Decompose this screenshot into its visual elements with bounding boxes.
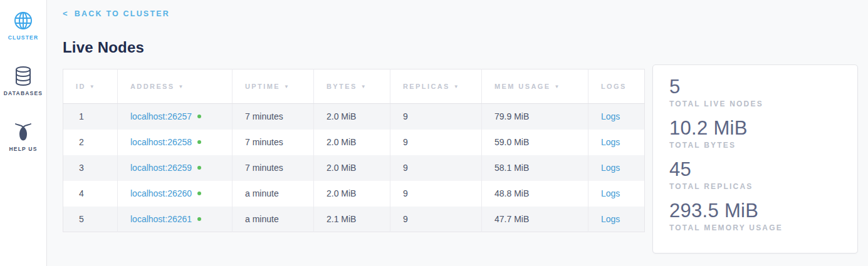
logs-link[interactable]: Logs	[601, 163, 620, 173]
cockroach-icon	[14, 121, 33, 143]
sidebar: CLUSTER DATABASES HELP US	[0, 0, 47, 266]
cell-replicas: 9	[390, 104, 482, 130]
cluster-summary-panel: 5 TOTAL LIVE NODES 10.2 MiB TOTAL BYTES …	[652, 64, 858, 253]
node-address-link[interactable]: localhost:26257	[130, 111, 192, 121]
cell-address: localhost:26257	[118, 104, 233, 130]
table-row: 4 localhost:26260 a minute 2.0 MiB 9 48.…	[63, 181, 645, 207]
logs-link[interactable]: Logs	[601, 214, 620, 224]
stat-label: TOTAL REPLICAS	[669, 182, 842, 191]
table-row: 3 localhost:26259 7 minutes 2.0 MiB 9 58…	[63, 155, 645, 181]
node-live-status-dot	[197, 140, 201, 144]
back-link-label: BACK TO CLUSTER	[75, 9, 170, 18]
cell-replicas: 9	[390, 155, 482, 181]
table-row: 1 localhost:26257 7 minutes 2.0 MiB 9 79…	[63, 104, 645, 130]
stat-value: 5	[669, 75, 842, 99]
cell-uptime: a minute	[233, 181, 314, 207]
cell-node-id: 4	[63, 181, 118, 207]
cell-uptime: 7 minutes	[233, 155, 314, 181]
sort-arrow-icon: ▼	[554, 84, 560, 90]
cell-address: localhost:26260	[118, 181, 233, 207]
cell-replicas: 9	[390, 207, 482, 232]
cell-uptime: 7 minutes	[233, 104, 314, 130]
database-icon	[14, 66, 33, 87]
sort-arrow-icon: ▼	[284, 84, 290, 90]
sidebar-item-label: DATABASES	[4, 90, 43, 96]
logs-link[interactable]: Logs	[601, 137, 620, 147]
stat-total-live-nodes: 5 TOTAL LIVE NODES	[669, 75, 842, 108]
column-header-uptime[interactable]: UPTIME▼	[233, 69, 314, 104]
page-title: Live Nodes	[63, 39, 858, 56]
cell-uptime: 7 minutes	[233, 130, 314, 155]
column-header-logs: LOGS	[588, 69, 645, 104]
column-header-id[interactable]: ID▼	[63, 69, 118, 104]
cell-node-id: 2	[63, 130, 118, 155]
stat-total-memory-usage: 293.5 MiB TOTAL MEMORY USAGE	[669, 199, 842, 232]
column-header-address[interactable]: ADDRESS▼	[118, 69, 233, 104]
cell-logs: Logs	[588, 104, 645, 130]
node-address-link[interactable]: localhost:26258	[130, 137, 192, 147]
main-content: < BACK TO CLUSTER Live Nodes ID▼ ADDRESS…	[47, 0, 868, 266]
cell-bytes: 2.0 MiB	[314, 130, 390, 155]
table-row: 5 localhost:26261 a minute 2.1 MiB 9 47.…	[63, 207, 645, 232]
stat-value: 45	[669, 158, 842, 182]
cell-mem-usage: 79.9 MiB	[482, 104, 588, 130]
node-live-status-dot	[197, 192, 201, 195]
cell-replicas: 9	[390, 130, 482, 155]
node-live-status-dot	[197, 217, 201, 221]
cell-logs: Logs	[588, 181, 645, 207]
cell-uptime: a minute	[233, 207, 314, 232]
cell-bytes: 2.0 MiB	[314, 155, 390, 181]
stat-value: 293.5 MiB	[669, 199, 842, 223]
table-row: 2 localhost:26258 7 minutes 2.0 MiB 9 59…	[63, 130, 645, 155]
cell-logs: Logs	[588, 207, 645, 232]
sort-arrow-icon: ▼	[361, 84, 367, 90]
cell-node-id: 3	[63, 155, 118, 181]
node-address-link[interactable]: localhost:26259	[130, 163, 192, 173]
back-arrow-icon: <	[63, 9, 69, 18]
cell-bytes: 2.0 MiB	[314, 181, 390, 207]
cell-logs: Logs	[588, 130, 645, 155]
cell-mem-usage: 47.7 MiB	[482, 207, 588, 232]
app-root: CLUSTER DATABASES HELP US	[0, 0, 868, 266]
node-address-link[interactable]: localhost:26261	[130, 214, 192, 224]
back-to-cluster-link[interactable]: < BACK TO CLUSTER	[63, 9, 170, 18]
cell-address: localhost:26261	[118, 207, 233, 232]
node-address-link[interactable]: localhost:26260	[130, 188, 192, 198]
sort-arrow-icon: ▼	[454, 84, 460, 90]
cell-replicas: 9	[390, 181, 482, 207]
cell-bytes: 2.1 MiB	[314, 207, 390, 232]
column-header-mem-usage[interactable]: MEM USAGE▼	[482, 69, 588, 104]
stat-total-bytes: 10.2 MiB TOTAL BYTES	[669, 116, 842, 150]
sidebar-item-help-us[interactable]: HELP US	[9, 121, 37, 152]
sidebar-item-label: CLUSTER	[8, 34, 39, 41]
cell-mem-usage: 59.0 MiB	[482, 130, 588, 155]
node-live-status-dot	[197, 166, 201, 170]
node-live-status-dot	[197, 115, 201, 118]
cell-node-id: 5	[63, 207, 118, 232]
stat-label: TOTAL BYTES	[669, 141, 842, 150]
logs-link[interactable]: Logs	[601, 188, 620, 198]
cell-mem-usage: 48.8 MiB	[482, 181, 588, 207]
sidebar-item-databases[interactable]: DATABASES	[4, 66, 43, 96]
sort-arrow-icon: ▼	[90, 84, 96, 90]
table-header-row: ID▼ ADDRESS▼ UPTIME▼ BYTES▼ REPLICAS▼ ME…	[63, 69, 645, 104]
logs-link[interactable]: Logs	[601, 111, 620, 121]
globe-icon	[13, 10, 33, 31]
stat-total-replicas: 45 TOTAL REPLICAS	[669, 158, 842, 191]
stat-label: TOTAL LIVE NODES	[669, 100, 842, 108]
live-nodes-table: ID▼ ADDRESS▼ UPTIME▼ BYTES▼ REPLICAS▼ ME…	[63, 69, 645, 232]
cell-address: localhost:26258	[118, 130, 233, 155]
cell-bytes: 2.0 MiB	[314, 104, 390, 130]
sort-arrow-icon: ▼	[179, 84, 185, 90]
column-header-bytes[interactable]: BYTES▼	[314, 69, 390, 104]
sidebar-item-label: HELP US	[9, 146, 37, 152]
column-header-replicas[interactable]: REPLICAS▼	[390, 69, 482, 104]
cell-logs: Logs	[588, 155, 645, 181]
stat-label: TOTAL MEMORY USAGE	[669, 223, 842, 232]
content-row: ID▼ ADDRESS▼ UPTIME▼ BYTES▼ REPLICAS▼ ME…	[63, 64, 858, 253]
sidebar-item-cluster[interactable]: CLUSTER	[8, 10, 39, 41]
cell-address: localhost:26259	[118, 155, 233, 181]
cell-mem-usage: 58.1 MiB	[482, 155, 588, 181]
stat-value: 10.2 MiB	[669, 116, 842, 140]
cell-node-id: 1	[63, 104, 118, 130]
